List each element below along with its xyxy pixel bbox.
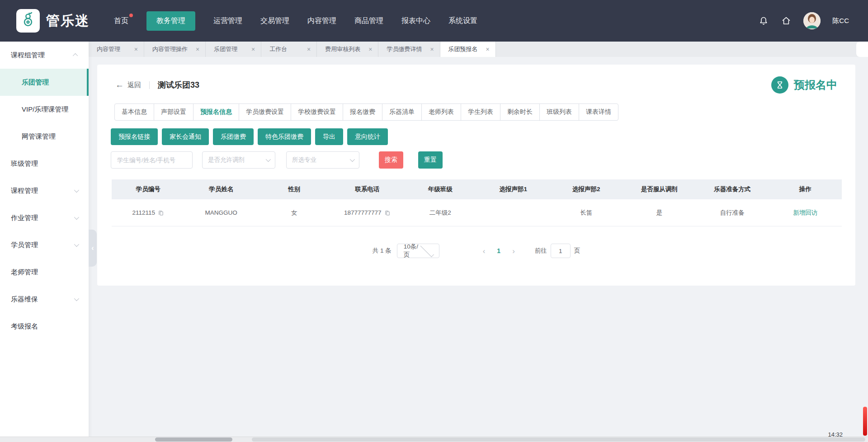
home-icon[interactable] — [781, 15, 792, 26]
menu-home[interactable]: 首页 — [114, 16, 128, 26]
sidebar-group-course-mgmt[interactable]: 课程管理 — [0, 177, 89, 204]
vertical-scrollbar-thumb[interactable] — [863, 407, 867, 436]
tab-teacher-list[interactable]: 老师列表 — [421, 103, 461, 121]
tab-remaining-hours[interactable]: 剩余时长 — [500, 103, 540, 121]
close-icon[interactable]: × — [486, 46, 490, 53]
sidebar: 课程组管理 乐团管理 VIP/乐理课管理 网管课管理 班级管理 课程管理 作业管… — [0, 42, 89, 442]
pagination-total: 共 1 条 — [373, 247, 392, 255]
open-tab[interactable]: 内容管理操作 × — [144, 42, 206, 57]
current-page[interactable]: 1 — [497, 247, 500, 254]
sidebar-collapse-handle[interactable]: ‹ — [89, 230, 97, 267]
user-name[interactable]: 陈CC — [832, 17, 849, 25]
close-icon[interactable]: × — [251, 46, 255, 53]
cell-instrument-preparation: 自行准备 — [696, 209, 769, 217]
horizontal-scrollbar-thumb[interactable] — [155, 437, 232, 442]
open-tab-active[interactable]: 乐团预报名 × — [440, 42, 496, 57]
allow-adjustment-select[interactable]: 是否允许调剂 — [202, 151, 275, 169]
menu-academic[interactable]: 教务管理 — [146, 11, 195, 31]
tab-schedule-detail[interactable]: 课表详情 — [579, 103, 618, 121]
goto-label: 前往 — [535, 247, 547, 255]
close-icon[interactable]: × — [134, 46, 138, 53]
sidebar-item-teacher-mgmt[interactable]: 老师管理 — [0, 259, 89, 286]
prev-page-button[interactable]: ‹ — [483, 247, 486, 255]
open-tab[interactable]: 乐团管理 × — [206, 42, 261, 57]
tab-student-list[interactable]: 学生列表 — [461, 103, 500, 121]
tab-registration-payment[interactable]: 报名缴费 — [343, 103, 382, 121]
orchestra-detail-card: ← 返回 测试乐团33 预报名中 基本信息 声部设置 预报名信息 学员缴费设置 … — [97, 65, 855, 286]
close-icon[interactable]: × — [430, 46, 434, 53]
open-tab[interactable]: 内容管理 × — [89, 42, 144, 57]
page-size-select[interactable]: 10条/页 — [397, 244, 439, 258]
user-avatar[interactable] — [803, 12, 821, 29]
menu-products[interactable]: 商品管理 — [354, 16, 383, 26]
sidebar-group-student-mgmt[interactable]: 学员管理 — [0, 231, 89, 259]
sidebar-item-online-course[interactable]: 网管课管理 — [0, 123, 89, 150]
preregistration-table: 学员编号 学员姓名 性别 联系电话 年级班级 选报声部1 选报声部2 是否服从调… — [112, 179, 842, 226]
main-menu: 首页 教务管理 运营管理 交易管理 内容管理 商品管理 报表中心 系统设置 — [114, 11, 477, 31]
open-tab[interactable]: 学员缴费详情 × — [378, 42, 440, 57]
back-arrow-icon: ← — [115, 80, 124, 90]
menu-content[interactable]: 内容管理 — [307, 16, 336, 26]
sidebar-item-class-mgmt[interactable]: 班级管理 — [0, 150, 89, 177]
sidebar-item-orchestra-mgmt[interactable]: 乐团管理 — [0, 69, 89, 96]
next-page-button[interactable]: › — [512, 247, 515, 255]
back-button[interactable]: ← 返回 — [115, 80, 141, 90]
copy-icon[interactable] — [158, 210, 164, 216]
sidebar-group-homework-mgmt[interactable]: 作业管理 — [0, 204, 89, 231]
tab-instrument-list[interactable]: 乐器清单 — [382, 103, 422, 121]
tab-preregistration-info[interactable]: 预报名信息 — [193, 103, 239, 121]
tab-student-payment-setting[interactable]: 学员缴费设置 — [239, 103, 291, 121]
major-select[interactable]: 所选专业 — [286, 151, 359, 169]
export-button[interactable]: 导出 — [315, 128, 343, 145]
sidebar-item-exam-registration[interactable]: 考级报名 — [0, 313, 89, 340]
bell-icon[interactable] — [758, 15, 769, 26]
menu-transactions[interactable]: 交易管理 — [260, 16, 289, 26]
main-content: ← 返回 测试乐团33 预报名中 基本信息 声部设置 预报名信息 学员缴费设置 … — [89, 57, 868, 442]
add-followup-link[interactable]: 新增回访 — [793, 209, 817, 217]
orchestra-payment-button[interactable]: 乐团缴费 — [213, 128, 254, 145]
menu-operations[interactable]: 运营管理 — [213, 16, 242, 26]
gourd-music-logo-icon — [20, 12, 36, 30]
tab-school-payment-setting[interactable]: 学校缴费设置 — [291, 103, 343, 121]
parent-meeting-notice-button[interactable]: 家长会通知 — [162, 128, 209, 145]
col-part2: 选报声部2 — [550, 185, 623, 193]
sidebar-item-vip-theory[interactable]: VIP/乐理课管理 — [0, 96, 89, 123]
chevron-down-icon — [74, 296, 79, 301]
cell-operation: 新增回访 — [769, 209, 842, 217]
close-icon[interactable]: × — [368, 46, 372, 53]
col-part1: 选报声部1 — [477, 185, 550, 193]
tab-voice-part-setting[interactable]: 声部设置 — [154, 103, 193, 121]
col-student-name: 学员姓名 — [185, 185, 258, 193]
keyword-search-input[interactable] — [111, 151, 193, 169]
table-row: 2112115 MANGGUO 女 18777777777 — [112, 199, 842, 226]
search-button[interactable]: 搜索 — [379, 151, 403, 169]
close-icon[interactable]: × — [196, 46, 199, 53]
sidebar-group-instrument-maintenance[interactable]: 乐器维保 — [0, 286, 89, 313]
copy-icon[interactable] — [384, 210, 391, 216]
card-header: ← 返回 测试乐团33 预报名中 — [97, 65, 855, 94]
chevron-down-icon — [350, 157, 355, 162]
brand: 管乐迷 — [16, 9, 90, 33]
horizontal-scrollbar-thumb[interactable] — [252, 437, 865, 442]
close-icon[interactable]: × — [307, 46, 311, 53]
menu-settings[interactable]: 系统设置 — [448, 16, 477, 26]
goto-page-input[interactable] — [551, 244, 571, 258]
status-text: 预报名中 — [794, 78, 837, 92]
filters-row: 是否允许调剂 所选专业 搜索 重置 — [111, 151, 855, 169]
tab-basic-info[interactable]: 基本信息 — [114, 103, 154, 121]
navbar-right: 陈CC — [758, 12, 849, 29]
tab-class-list[interactable]: 班级列表 — [539, 103, 579, 121]
reset-button[interactable]: 重置 — [418, 151, 443, 169]
menu-reports[interactable]: 报表中心 — [401, 16, 430, 26]
cell-phone: 18777777777 — [331, 209, 404, 216]
status-badge: 预报名中 — [771, 76, 837, 94]
open-tab[interactable]: 工作台 × — [261, 42, 317, 57]
horizontal-scrollbar[interactable] — [0, 437, 868, 442]
chevron-down-icon — [74, 242, 79, 247]
open-tab[interactable]: 费用审核列表 × — [317, 42, 378, 57]
sidebar-group-course-groups[interactable]: 课程组管理 — [0, 42, 89, 69]
preregistration-link-button[interactable]: 预报名链接 — [111, 128, 158, 145]
header-divider — [149, 81, 150, 89]
intention-statistics-button[interactable]: 意向统计 — [347, 128, 388, 145]
special-orchestra-payment-button[interactable]: 特色乐团缴费 — [258, 128, 311, 145]
